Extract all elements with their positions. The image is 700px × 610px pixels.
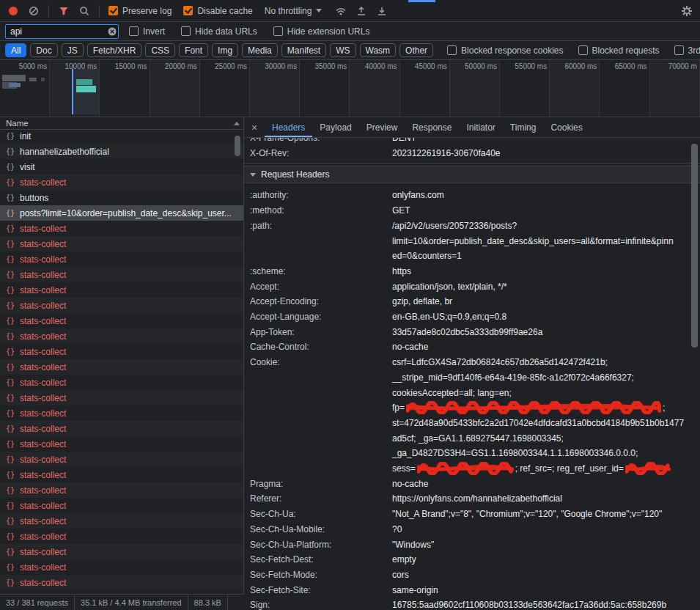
disable-cache-checkbox[interactable]: Disable cache xyxy=(183,6,252,16)
clear-button[interactable] xyxy=(25,2,43,20)
request-row[interactable]: {}stats-collect xyxy=(0,436,243,452)
request-row[interactable]: {}stats-collect xyxy=(0,498,243,513)
clear-filter-button[interactable] xyxy=(108,27,117,36)
request-name: stats-collect xyxy=(20,578,66,588)
request-row[interactable]: {}stats-collect xyxy=(0,359,243,375)
overview-timeline[interactable]: 5000 ms10000 ms15000 ms20000 ms25000 ms3… xyxy=(0,60,700,117)
request-row[interactable]: {}stats-collect xyxy=(0,529,243,544)
request-row[interactable]: {}stats-collect xyxy=(0,375,243,390)
header-row: App-Token:33d57ade8c02dbc5a333db99ff9ae2… xyxy=(244,325,700,340)
tab-cookies[interactable]: Cookies xyxy=(543,117,589,137)
name-column-header[interactable]: Name xyxy=(0,117,243,130)
header-value: DENY xyxy=(392,138,700,146)
request-row[interactable]: {}stats-collect xyxy=(0,544,243,559)
type-filter-wasm[interactable]: Wasm xyxy=(360,43,397,57)
type-filter-font[interactable]: Font xyxy=(179,43,208,57)
hide-data-urls-checkbox[interactable]: Hide data URLs xyxy=(181,26,257,37)
header-name: Sign: xyxy=(250,598,392,610)
request-row[interactable]: {}stats-collect xyxy=(0,221,243,236)
request-row[interactable]: {}stats-collect xyxy=(0,405,243,421)
preserve-log-checkbox[interactable]: Preserve log xyxy=(108,6,172,16)
request-row[interactable]: {}stats-collect xyxy=(0,236,243,251)
header-name: Accept: xyxy=(250,279,392,295)
header-name: :method: xyxy=(250,203,392,218)
request-headers-section[interactable]: Request Headers xyxy=(244,166,700,183)
request-name: stats-collect xyxy=(20,270,66,280)
type-filter-manifest[interactable]: Manifest xyxy=(281,43,326,57)
request-row[interactable]: {}stats-collect xyxy=(0,328,243,344)
filter-toggle-button[interactable] xyxy=(55,2,73,20)
header-row: Sec-Ch-Ua-Mobile:?0 xyxy=(244,522,700,537)
tab-initiator[interactable]: Initiator xyxy=(459,117,502,137)
request-row[interactable]: {}stats-collect xyxy=(0,482,243,498)
close-detail-button[interactable]: × xyxy=(244,117,265,137)
request-row[interactable]: {}stats-collect xyxy=(0,421,243,436)
request-row[interactable]: {}stats-collect xyxy=(0,467,243,482)
type-filter-css[interactable]: CSS xyxy=(145,43,175,57)
request-row[interactable]: {}stats-collect xyxy=(0,298,243,313)
hide-extension-urls-checkbox[interactable]: Hide extension URLs xyxy=(273,26,370,37)
request-type-icon: {} xyxy=(5,409,15,417)
type-filter-ws[interactable]: WS xyxy=(330,43,355,57)
filter-input[interactable] xyxy=(5,24,119,39)
request-row[interactable]: {}init xyxy=(0,130,243,144)
tab-payload[interactable]: Payload xyxy=(312,117,358,137)
request-type-icon: {} xyxy=(5,286,15,294)
request-row[interactable]: {}posts?limit=10&order=publish_date_desc… xyxy=(0,205,243,221)
request-type-icon: {} xyxy=(5,394,15,402)
header-value: /api2/v2/users/20572336/posts?limit=10&o… xyxy=(392,218,700,264)
type-filter-all[interactable]: All xyxy=(5,43,26,57)
headers-panel: X-Frame-Options:DENYX-Of-Rev:20231226191… xyxy=(244,138,700,610)
type-filter-doc[interactable]: Doc xyxy=(30,43,57,57)
timeline-tick-label: 65000 ms xyxy=(615,62,647,70)
request-row[interactable]: {}stats-collect xyxy=(0,513,243,529)
request-row[interactable]: {}stats-collect xyxy=(0,251,243,267)
record-button[interactable] xyxy=(4,2,22,20)
tab-timing[interactable]: Timing xyxy=(503,117,544,137)
throttling-select[interactable]: No throttling xyxy=(265,6,323,16)
network-conditions-button[interactable] xyxy=(332,2,350,20)
request-row[interactable]: {}stats-collect xyxy=(0,282,243,298)
request-row[interactable]: {}stats-collect xyxy=(0,313,243,328)
request-name: stats-collect xyxy=(20,285,66,295)
request-row[interactable]: {}stats-collect xyxy=(0,390,243,405)
invert-checkbox[interactable]: Invert xyxy=(129,26,165,37)
request-name: stats-collect xyxy=(20,224,66,234)
request-row[interactable]: {}stats-collect xyxy=(0,344,243,359)
type-filter-fetch-xhr[interactable]: Fetch/XHR xyxy=(87,43,142,57)
settings-button[interactable] xyxy=(678,2,696,20)
request-type-icon: {} xyxy=(5,517,15,525)
3rd-party-requests-checkbox[interactable]: 3rd-party requests xyxy=(674,45,700,56)
scroll-up-icon[interactable] xyxy=(234,122,240,125)
blocked-requests-checkbox[interactable]: Blocked requests xyxy=(578,45,660,56)
request-type-icon: {} xyxy=(5,301,15,309)
request-type-icon: {} xyxy=(5,471,15,479)
type-filter-img[interactable]: Img xyxy=(212,43,238,57)
header-value: no-cache xyxy=(392,477,700,492)
request-row[interactable]: {}stats-collect xyxy=(0,452,243,467)
request-row[interactable]: {}stats-collect xyxy=(0,174,243,190)
header-value-line: "Not_A Brand";v="8", "Chromium";v="120",… xyxy=(392,507,691,522)
header-value: 33d57ade8c02dbc5a333db99ff9ae26a xyxy=(392,325,700,340)
request-row[interactable]: {}stats-collect xyxy=(0,267,243,282)
search-button[interactable] xyxy=(75,2,93,20)
header-name: Accept-Language: xyxy=(250,309,392,325)
request-row[interactable]: {}visit xyxy=(0,159,243,174)
request-row[interactable]: {}buttons xyxy=(0,190,243,205)
request-row[interactable]: {}stats-collect xyxy=(0,575,243,590)
headers-scrollbar-thumb[interactable] xyxy=(691,144,698,348)
request-row[interactable]: {}stats-collect xyxy=(0,559,243,575)
type-filter-media[interactable]: Media xyxy=(242,43,278,57)
section-label: Request Headers xyxy=(261,169,329,180)
request-list-scrollbar-thumb[interactable] xyxy=(235,136,240,156)
type-filter-other[interactable]: Other xyxy=(399,43,433,57)
tab-headers[interactable]: Headers xyxy=(265,117,312,137)
export-har-button[interactable] xyxy=(373,2,391,20)
tab-response[interactable]: Response xyxy=(405,117,459,137)
type-filter-js[interactable]: JS xyxy=(62,43,84,57)
request-row[interactable]: {}hannahelizabethofficial xyxy=(0,144,243,159)
blocked-response-cookies-checkbox[interactable]: Blocked response cookies xyxy=(447,45,563,56)
tab-preview[interactable]: Preview xyxy=(359,117,405,137)
import-har-button[interactable] xyxy=(353,2,370,20)
request-detail-panel: × HeadersPayloadPreviewResponseInitiator… xyxy=(244,117,700,610)
